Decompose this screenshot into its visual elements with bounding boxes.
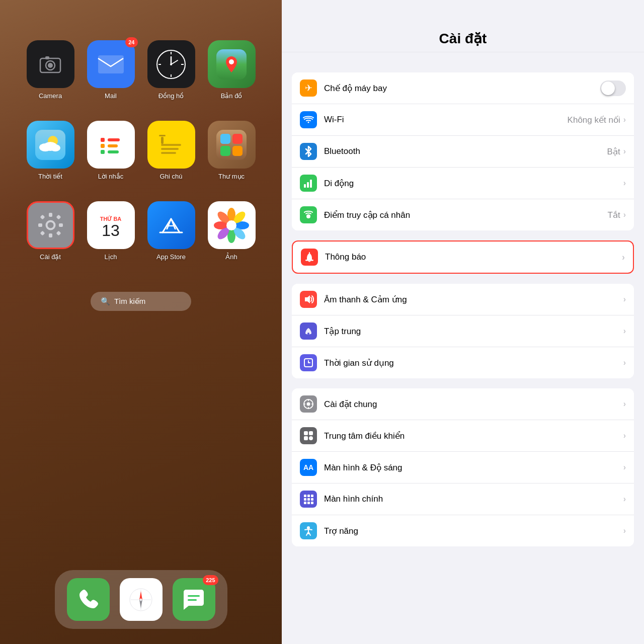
app-reminders[interactable]: Lời nhắc — [83, 121, 138, 196]
hotspot-value: Tắt — [608, 210, 620, 220]
settings-row-focus[interactable]: Tập trung › — [292, 315, 634, 347]
dock-safari[interactable] — [120, 578, 163, 621]
settings-row-general[interactable]: Cài đặt chung › — [292, 388, 634, 420]
settings-row-cellular[interactable]: Di động › — [292, 168, 634, 199]
app-appstore[interactable]: A App Store — [143, 201, 199, 277]
svg-point-88 — [309, 436, 313, 440]
svg-marker-76 — [305, 295, 310, 303]
svg-rect-85 — [304, 431, 308, 435]
settings-row-display[interactable]: AA Màn hình & Độ sáng › — [292, 452, 634, 484]
svg-point-98 — [307, 526, 310, 529]
mail-label: Mail — [105, 92, 117, 100]
svg-rect-31 — [161, 137, 164, 144]
folder-icon — [208, 121, 256, 169]
dock-messages[interactable]: 225 — [173, 578, 215, 621]
reminders-icon — [87, 121, 135, 169]
svg-rect-89 — [304, 495, 306, 497]
app-notes[interactable]: Ghi chú — [143, 121, 199, 196]
svg-rect-4 — [98, 55, 124, 73]
bluetooth-chevron: › — [623, 147, 626, 156]
settings-label: Cài đặt — [40, 253, 61, 261]
app-maps[interactable]: Bản đồ — [204, 40, 259, 116]
calendar-icon: THỨ BA 13 — [87, 201, 135, 249]
folder-label: Thư mục — [218, 173, 245, 180]
messages-icon: 225 — [173, 578, 215, 621]
settings-row-bluetooth[interactable]: Bluetooth Bật › — [292, 136, 634, 168]
svg-point-77 — [307, 333, 309, 335]
camera-label: Camera — [39, 92, 62, 100]
svg-rect-71 — [307, 182, 309, 188]
settings-row-homescreen[interactable]: Màn hình chính › — [292, 484, 634, 515]
notifications-label: Thông báo — [325, 252, 622, 262]
general-label: Cài đặt chung — [324, 399, 623, 410]
svg-rect-34 — [220, 134, 230, 144]
svg-rect-26 — [108, 150, 119, 153]
focus-chevron: › — [623, 327, 626, 336]
app-weather[interactable]: Thời tiết — [23, 121, 78, 196]
svg-rect-37 — [232, 146, 243, 156]
svg-rect-86 — [309, 431, 313, 435]
hotspot-icon — [300, 206, 317, 223]
controlcenter-label: Trung tâm điều khiển — [324, 431, 623, 441]
sound-icon — [300, 291, 317, 308]
svg-rect-21 — [101, 138, 105, 142]
svg-rect-3 — [45, 56, 49, 59]
app-calendar[interactable]: THỨ BA 13 Lịch — [83, 201, 138, 277]
homescreen-chevron: › — [623, 495, 626, 504]
svg-rect-43 — [38, 223, 42, 227]
svg-point-14 — [229, 59, 234, 64]
settings-panel: Cài đặt ✈ Chế độ máy bay — [282, 0, 644, 644]
sound-label: Âm thanh & Cảm ứng — [324, 294, 623, 305]
svg-rect-97 — [311, 502, 313, 504]
settings-row-hotspot[interactable]: Điểm truy cập cá nhân Tắt › — [292, 199, 634, 230]
wifi-icon — [300, 111, 317, 128]
controlcenter-icon — [300, 427, 317, 444]
notes-icon — [147, 121, 195, 169]
general-icon — [300, 395, 317, 413]
settings-row-controlcenter[interactable]: Trung tâm điều khiển › — [292, 420, 634, 452]
search-bar[interactable]: 🔍 Tìm kiếm — [91, 292, 191, 311]
screentime-label: Thời gian sử dụng — [324, 358, 623, 368]
settings-row-wifi[interactable]: Wi-Fi Không kết nối › — [292, 104, 634, 136]
svg-rect-95 — [304, 502, 306, 504]
settings-row-notifications[interactable]: Thông báo › — [292, 240, 634, 274]
svg-rect-83 — [304, 404, 305, 405]
settings-row-sound[interactable]: Âm thanh & Cảm ứng › — [292, 284, 634, 315]
svg-rect-84 — [311, 404, 313, 405]
svg-point-61 — [226, 220, 236, 230]
svg-rect-68 — [188, 595, 200, 597]
settings-row-screentime[interactable]: Thời gian sử dụng › — [292, 347, 634, 378]
svg-rect-94 — [311, 498, 313, 501]
maps-icon — [208, 40, 256, 88]
clock-icon — [147, 40, 195, 88]
airplane-toggle[interactable] — [600, 80, 626, 96]
app-settings[interactable]: Cài đặt — [23, 201, 78, 277]
dock-phone[interactable] — [67, 578, 110, 621]
settings-row-airplane[interactable]: ✈ Chế độ máy bay — [292, 72, 634, 104]
app-photos[interactable]: Ảnh — [204, 201, 259, 277]
cellular-icon — [300, 175, 317, 192]
airplane-icon: ✈ — [300, 79, 317, 97]
svg-rect-72 — [310, 180, 312, 188]
focus-label: Tập trung — [324, 326, 623, 337]
svg-rect-36 — [220, 146, 230, 156]
screentime-chevron: › — [623, 358, 626, 367]
accessibility-icon — [300, 522, 317, 539]
app-camera[interactable]: Camera — [23, 40, 78, 116]
app-mail[interactable]: 24 Mail — [83, 40, 138, 116]
appstore-icon: A — [147, 201, 195, 249]
display-label: Màn hình & Độ sáng — [324, 462, 623, 473]
svg-rect-23 — [101, 144, 105, 148]
svg-rect-41 — [49, 213, 52, 217]
phone-icon — [67, 578, 110, 621]
controlcenter-chevron: › — [623, 431, 626, 440]
clock-label: Đồng hồ — [158, 92, 184, 100]
maps-label: Bản đồ — [221, 92, 243, 100]
airplane-label: Chế độ máy bay — [324, 83, 600, 94]
svg-rect-33 — [216, 130, 247, 160]
display-icon: AA — [300, 459, 317, 476]
settings-row-accessibility[interactable]: Trợ năng › — [292, 515, 634, 546]
app-clock[interactable]: Đồng hồ — [143, 40, 199, 116]
safari-icon — [120, 578, 163, 621]
app-folder[interactable]: Thư mục — [204, 121, 259, 196]
